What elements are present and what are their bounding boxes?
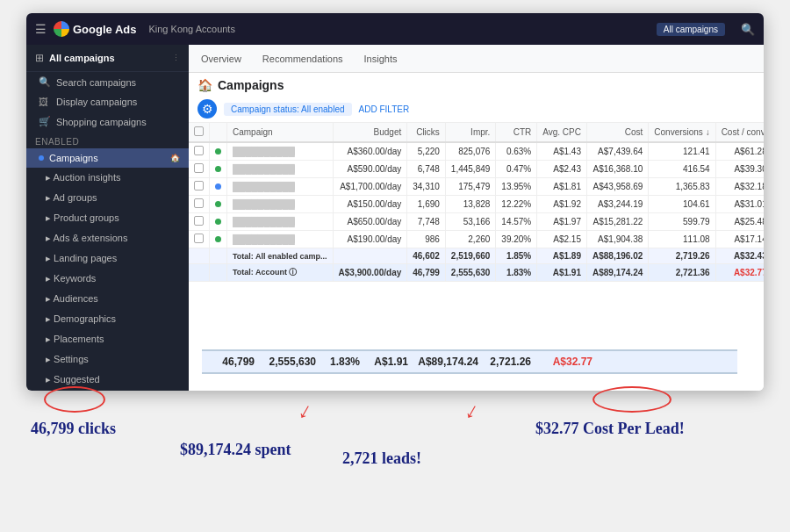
col-ctr[interactable]: CTR bbox=[496, 123, 537, 142]
annotations: 46,799 clicks $89,174.24 spent 2,721 lea… bbox=[26, 395, 764, 527]
sidebar-auction-label: ▸ Auction insights bbox=[39, 172, 121, 183]
total-enabled-cpc: A$1.89 bbox=[537, 248, 587, 264]
row-cost: A$1,904.38 bbox=[587, 231, 649, 248]
row-campaign[interactable]: ██████████ bbox=[227, 178, 334, 196]
row-budget: A$190.00/day bbox=[333, 231, 407, 248]
row-ctr: 0.47% bbox=[496, 161, 537, 178]
sidebar-item-audiences[interactable]: ▸ Audiences bbox=[26, 289, 189, 309]
sidebar-item-ads[interactable]: ▸ Ads & extensions bbox=[26, 228, 189, 248]
sidebar-item-locations[interactable]: ▸ Locations bbox=[26, 390, 189, 391]
filter-button[interactable]: ⚙ bbox=[198, 99, 217, 119]
row-cost: A$3,244.19 bbox=[587, 196, 649, 213]
campaigns-table: Campaign Budget Clicks Impr. CTR Avg. CP… bbox=[189, 123, 764, 282]
sidebar-item-demographics[interactable]: ▸ Demographics bbox=[26, 309, 189, 329]
summary-bar: 46,799 2,555,630 1.83% A$1.91 A$89,174.2… bbox=[202, 349, 737, 374]
col-checkbox[interactable] bbox=[189, 123, 210, 142]
row-checkbox[interactable] bbox=[189, 178, 210, 196]
hamburger-icon[interactable]: ☰ bbox=[35, 22, 47, 36]
row-conv: 111.08 bbox=[649, 231, 715, 248]
sidebar-item-display[interactable]: 🖼 Display campaigns bbox=[26, 92, 189, 111]
google-ads-logo: Google Ads bbox=[54, 21, 136, 37]
tab-recommendations[interactable]: Recommendations bbox=[259, 45, 347, 72]
sidebar-item-adgroups[interactable]: ▸ Ad groups bbox=[26, 188, 189, 208]
arrow-leads: ↑ bbox=[459, 399, 483, 428]
row-checkbox[interactable] bbox=[189, 213, 210, 231]
sidebar-item-placements[interactable]: ▸ Placements bbox=[26, 329, 189, 349]
sidebar-item-shopping[interactable]: 🛒 Shopping campaigns bbox=[26, 111, 189, 132]
col-clicks[interactable]: Clicks bbox=[407, 123, 446, 142]
sidebar-item-campaigns[interactable]: Campaigns 🏠 bbox=[26, 148, 189, 168]
row-ctr: 0.63% bbox=[496, 142, 537, 161]
filter-tag[interactable]: Campaign status: All enabled bbox=[224, 103, 352, 116]
row-impr: 1,445,849 bbox=[445, 161, 496, 178]
row-checkbox[interactable] bbox=[189, 231, 210, 248]
row-campaign[interactable]: ██████████ bbox=[227, 142, 334, 161]
col-conv[interactable]: Conversions ↓ bbox=[649, 123, 715, 142]
row-cpc: A$1.81 bbox=[537, 178, 587, 196]
col-costconv[interactable]: Cost / conv. bbox=[715, 123, 764, 142]
top-bar: ☰ Google Ads King Kong Accounts All camp… bbox=[26, 13, 764, 45]
row-ctr: 12.22% bbox=[496, 196, 537, 213]
row-status bbox=[210, 178, 227, 196]
row-budget: A$1,700.00/day bbox=[333, 178, 407, 196]
brand-name: Google Ads bbox=[73, 23, 136, 36]
tab-overview[interactable]: Overview bbox=[198, 45, 245, 72]
sidebar-item-productgroups[interactable]: ▸ Product groups bbox=[26, 208, 189, 228]
table-row: ██████████ A$190.00/day 986 2,260 39.20%… bbox=[189, 231, 764, 248]
row-cost: A$15,281.22 bbox=[587, 213, 649, 231]
row-cost: A$43,958.69 bbox=[587, 178, 649, 196]
google-logo-g bbox=[54, 21, 69, 37]
sidebar-settings-label: ▸ Settings bbox=[39, 354, 89, 365]
row-cpc: A$2.15 bbox=[537, 231, 587, 248]
annotation-cpl: $32.77 Cost Per Lead! bbox=[535, 420, 685, 438]
row-cpc: A$1.97 bbox=[537, 213, 587, 231]
row-impr: 825,076 bbox=[445, 142, 496, 161]
sidebar-all-campaigns[interactable]: All campaigns bbox=[49, 53, 115, 63]
sidebar-item-keywords[interactable]: ▸ Keywords bbox=[26, 269, 189, 289]
col-cpc[interactable]: Avg. CPC bbox=[537, 123, 587, 142]
main-layout: ⊞ All campaigns ⋮ 🔍 Search campaigns 🖼 D… bbox=[26, 45, 764, 391]
add-filter-button[interactable]: ADD FILTER bbox=[359, 104, 410, 114]
col-campaign[interactable]: Campaign bbox=[227, 123, 334, 142]
sidebar-options-icon[interactable]: ⋮ bbox=[172, 54, 180, 62]
col-impr[interactable]: Impr. bbox=[445, 123, 496, 142]
total-account-budget: A$3,900.00/day bbox=[333, 264, 407, 282]
row-budget: A$150.00/day bbox=[333, 196, 407, 213]
col-status bbox=[210, 123, 227, 142]
row-status bbox=[210, 161, 227, 178]
total-account-impr: 2,555,630 bbox=[445, 264, 496, 282]
table-row: ██████████ A$590.00/day 6,748 1,445,849 … bbox=[189, 161, 764, 178]
arrow-cost: ↑ bbox=[292, 399, 316, 428]
total-account-ctr: 1.83% bbox=[496, 264, 537, 282]
row-cost: A$7,439.64 bbox=[587, 142, 649, 161]
total-enabled-clicks: 46,602 bbox=[407, 248, 446, 264]
grid-icon: ⊞ bbox=[35, 52, 44, 64]
sidebar-item-search[interactable]: 🔍 Search campaigns bbox=[26, 72, 189, 92]
display-icon: 🖼 bbox=[39, 97, 51, 107]
row-checkbox[interactable] bbox=[189, 196, 210, 213]
sidebar-item-auction[interactable]: ▸ Auction insights bbox=[26, 168, 189, 188]
row-checkbox[interactable] bbox=[189, 161, 210, 178]
search-icon-top[interactable]: 🔍 bbox=[741, 23, 755, 36]
row-campaign[interactable]: ██████████ bbox=[227, 161, 334, 178]
tab-insights[interactable]: Insights bbox=[361, 45, 401, 72]
row-campaign[interactable]: ██████████ bbox=[227, 213, 334, 231]
select-all-checkbox[interactable] bbox=[194, 126, 204, 136]
row-campaign[interactable]: ██████████ bbox=[227, 196, 334, 213]
sidebar-item-suggested[interactable]: ▸ Suggested bbox=[26, 370, 189, 390]
row-ctr: 14.57% bbox=[496, 213, 537, 231]
sidebar-item-settings[interactable]: ▸ Settings bbox=[26, 349, 189, 370]
row-checkbox[interactable] bbox=[189, 142, 210, 161]
col-cost[interactable]: Cost bbox=[587, 123, 649, 142]
sidebar-campaigns-label: Campaigns bbox=[49, 153, 98, 163]
total-enabled-cost: A$88,196.02 bbox=[587, 248, 649, 264]
sidebar-item-landing[interactable]: ▸ Landing pages bbox=[26, 248, 189, 269]
annotation-clicks: 46,799 clicks bbox=[31, 420, 116, 438]
sidebar-ads-label: ▸ Ads & extensions bbox=[39, 233, 127, 244]
total-enabled-row: Total: All enabled camp... 46,602 2,519,… bbox=[189, 248, 764, 264]
col-budget[interactable]: Budget bbox=[333, 123, 407, 142]
row-ctr: 13.95% bbox=[496, 178, 537, 196]
summary-cpl: A$32.77 bbox=[540, 356, 601, 368]
row-impr: 53,166 bbox=[445, 213, 496, 231]
row-campaign[interactable]: ██████████ bbox=[227, 231, 334, 248]
